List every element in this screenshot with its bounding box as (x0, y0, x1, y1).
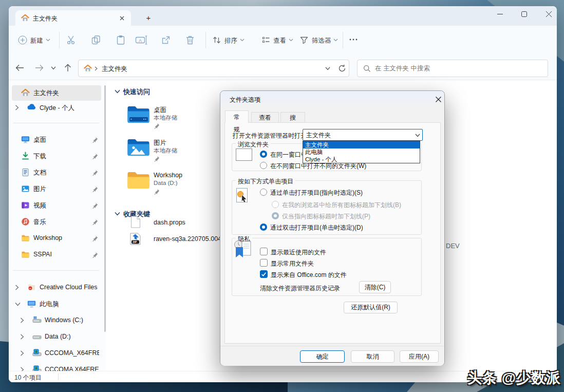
tab-search[interactable]: 搜索 (280, 112, 305, 122)
sidebar-item-creative-cloud[interactable]: ∞Creative Cloud Files (12, 280, 101, 295)
radio-unselected[interactable] (260, 189, 267, 196)
sidebar-item-desktop[interactable]: 桌面 (12, 132, 101, 147)
checkbox-label[interactable]: 显示最近使用的文件 (271, 248, 326, 257)
sidebar-item-label: 视频 (33, 201, 90, 210)
section-chevron-icon[interactable] (115, 89, 120, 94)
chevron-down-icon[interactable] (240, 39, 245, 42)
sidebar-item-onedrive[interactable]: Clyde - 个人 (12, 100, 101, 116)
breadcrumb[interactable]: 主文件夹 (102, 65, 127, 73)
chevron-right-icon[interactable] (15, 105, 19, 110)
back-icon[interactable] (14, 62, 25, 73)
sidebar-item-windows-c[interactable]: Windows (C:) (12, 313, 101, 328)
close-button[interactable] (541, 8, 556, 20)
tab-close-icon[interactable] (118, 14, 126, 22)
checkbox-unchecked[interactable] (260, 248, 268, 255)
maximize-button[interactable] (516, 8, 532, 20)
view-icon[interactable] (261, 35, 271, 45)
sidebar-item-this-pc[interactable]: 此电脑 (12, 296, 101, 312)
address-dropdown-chevron-icon[interactable] (325, 67, 330, 70)
tab-view[interactable]: 查看 (251, 112, 279, 122)
filter-button[interactable]: 筛选器 (312, 36, 331, 45)
search-input[interactable] (375, 61, 539, 76)
item-count: 10 个项目 (14, 374, 42, 382)
sidebar-item-home[interactable]: 主文件夹 (12, 85, 101, 101)
folder-icon (21, 250, 30, 259)
file-location: Data (D:) (154, 180, 178, 186)
radio-label[interactable]: 通过双击打开项目(单击时选定)(D) (270, 223, 363, 232)
new-button[interactable]: 新建 (30, 36, 43, 45)
cut-icon[interactable] (66, 35, 77, 45)
sidebar-item-cccoma-1[interactable]: CCCOMA_X64FRE_ZH- (12, 346, 101, 361)
dropdown-option[interactable]: Clyde - 个人 (303, 156, 420, 163)
sidebar-item-pictures[interactable]: 图片 (12, 181, 101, 197)
paste-icon[interactable] (116, 35, 126, 45)
chevron-right-icon[interactable] (20, 334, 24, 340)
chevron-right-icon[interactable] (15, 285, 19, 290)
new-tab-button[interactable]: + (143, 12, 154, 23)
checkbox-label[interactable]: 显示常用文件夹 (271, 259, 314, 268)
sidebar-scrollbar[interactable] (104, 85, 106, 332)
sort-button[interactable]: 排序 (224, 36, 237, 45)
chevron-down-icon[interactable] (46, 39, 50, 42)
chevron-right-icon[interactable] (20, 318, 24, 323)
open-explorer-to-label: 打开文件资源管理器时打开 (233, 132, 307, 140)
dialog-titlebar[interactable]: 文件夹选项 (220, 91, 444, 107)
chevron-right-icon[interactable] (20, 350, 24, 356)
click-pointer-icon (235, 188, 250, 205)
refresh-icon[interactable] (338, 64, 346, 72)
sidebar-item-documents[interactable]: 文档 (12, 165, 101, 180)
forward-icon[interactable] (33, 62, 45, 73)
checkbox-label[interactable]: 显示来自 Office.com 的文件 (271, 271, 347, 279)
chevron-down-icon[interactable] (333, 39, 338, 42)
sidebar-item-downloads[interactable]: 下载 (12, 148, 101, 164)
search-box[interactable] (357, 60, 548, 77)
navigation-bar: 主文件夹 (9, 55, 557, 80)
home-icon[interactable] (84, 64, 92, 72)
radio-selected (272, 212, 279, 219)
new-item-icon[interactable] (18, 35, 27, 45)
open-to-dropdown-list: 主文件夹此电脑Clyde - 个人 (303, 141, 420, 163)
sidebar-item-workshop[interactable]: Workshop (12, 231, 101, 246)
checkbox-checked[interactable] (260, 270, 268, 278)
apply-button[interactable]: 应用(A) (400, 350, 439, 363)
sidebar-item-music[interactable]: 音乐 (12, 214, 101, 230)
delete-icon[interactable] (185, 35, 195, 45)
restore-defaults-button[interactable]: 还原默认值(R) (344, 302, 398, 313)
radio-label[interactable]: 通过单击打开项目(指向时选定)(S) (270, 189, 363, 197)
ok-button[interactable]: 确定 (300, 350, 345, 363)
section-header-quick-access[interactable]: 快速访问 (123, 87, 150, 97)
sidebar-item-sspai[interactable]: SSPAI (12, 247, 101, 263)
more-options-icon[interactable] (349, 38, 358, 41)
sidebar-item-videos[interactable]: 视频 (12, 198, 101, 213)
open-to-combobox[interactable]: 主文件夹 (303, 129, 423, 141)
pin-icon (154, 189, 160, 195)
checkbox-unchecked[interactable] (260, 259, 268, 267)
sort-icon[interactable] (212, 35, 221, 45)
view-button[interactable]: 查看 (273, 36, 286, 45)
chevron-down-icon[interactable] (15, 302, 21, 306)
cancel-button[interactable]: 取消 (351, 350, 394, 363)
radio-selected[interactable] (260, 151, 267, 158)
radio-unselected[interactable] (260, 162, 267, 169)
filter-icon[interactable] (299, 35, 309, 45)
dropdown-option[interactable]: 主文件夹 (303, 141, 420, 148)
address-bar[interactable]: 主文件夹 (78, 60, 349, 77)
pin-icon (92, 170, 98, 176)
explorer-tab[interactable]: 主文件夹 (15, 10, 131, 26)
up-icon[interactable] (62, 62, 73, 73)
navigation-pane: 主文件夹Clyde - 个人桌面下载文档图片视频音乐WorkshopSSPAI∞… (9, 80, 106, 371)
dialog-close-icon[interactable] (434, 95, 442, 103)
rename-icon[interactable]: A (135, 35, 147, 45)
minimize-button[interactable] (492, 8, 507, 20)
share-icon[interactable] (161, 35, 171, 45)
recent-locations-chevron-icon[interactable] (48, 62, 59, 73)
radio-selected[interactable] (260, 223, 267, 231)
dev-build-label: DEV (446, 242, 460, 250)
sidebar-item-data-d[interactable]: Data (D:) (12, 329, 101, 345)
radio-label[interactable]: 在同一窗口中 (270, 151, 307, 159)
dropdown-option[interactable]: 此电脑 (303, 148, 420, 156)
tab-general[interactable]: 常规 (225, 110, 249, 123)
chevron-down-icon[interactable] (289, 39, 293, 42)
copy-icon[interactable] (91, 35, 101, 45)
clear-button[interactable]: 清除(C) (359, 281, 391, 293)
